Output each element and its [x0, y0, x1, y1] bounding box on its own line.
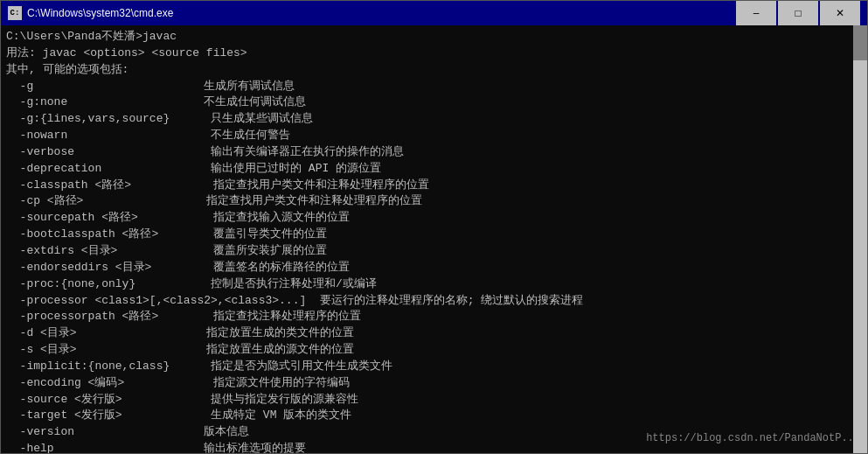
terminal-line: -verbose 输出有关编译器正在执行的操作的消息	[6, 144, 862, 161]
window-controls: – □ ✕	[736, 1, 860, 25]
terminal-line: 用法: javac <options> <source files>	[6, 45, 862, 62]
minimize-button[interactable]: –	[736, 1, 776, 25]
terminal-line: -deprecation 输出使用已过时的 API 的源位置	[6, 161, 862, 178]
scrollbar[interactable]	[853, 25, 867, 453]
terminal-line: -classpath <路径> 指定查找用户类文件和注释处理程序的位置	[6, 178, 862, 194]
window: C: C:\Windows\system32\cmd.exe – □ ✕ C:\…	[0, 0, 868, 454]
terminal-line: -encoding <编码> 指定源文件使用的字符编码	[6, 375, 862, 392]
window-icon: C:	[8, 6, 22, 20]
scrollbar-thumb[interactable]	[853, 25, 867, 60]
terminal-output: C:\Users\Panda不姓潘>javac用法: javac <option…	[6, 29, 862, 453]
title-bar: C: C:\Windows\system32\cmd.exe – □ ✕	[1, 1, 867, 25]
terminal-line: 其中, 可能的选项包括:	[6, 62, 862, 79]
terminal-line: -g:{lines,vars,source} 只生成某些调试信息	[6, 111, 862, 128]
window-title: C:\Windows\system32\cmd.exe	[27, 7, 736, 19]
terminal-line: -endorseddirs <目录> 覆盖签名的标准路径的位置	[6, 260, 862, 276]
terminal-line: -implicit:{none,class} 指定是否为隐式引用文件生成类文件	[6, 359, 862, 375]
terminal-line: -s <目录> 指定放置生成的源文件的位置	[6, 342, 862, 359]
close-button[interactable]: ✕	[820, 1, 860, 25]
terminal-line: -sourcepath <路径> 指定查找输入源文件的位置	[6, 210, 862, 227]
terminal-line: -target <发行版> 生成特定 VM 版本的类文件	[6, 408, 862, 424]
terminal-line: -g:none 不生成仕何调试信息	[6, 94, 862, 111]
terminal-line: -processorpath <路径> 指定查找注释处理程序的位置	[6, 309, 862, 325]
terminal-line: -extdirs <目录> 覆盖所安装扩展的位置	[6, 243, 862, 260]
terminal-body[interactable]: C:\Users\Panda不姓潘>javac用法: javac <option…	[1, 25, 867, 453]
watermark: https://blog.csdn.net/PandaNotP...	[646, 431, 860, 446]
terminal-line: -d <目录> 指定放置生成的类文件的位置	[6, 325, 862, 342]
terminal-line: -g 生成所有调试信息	[6, 79, 862, 95]
terminal-line: -processor <class1>[,<class2>,<class3>..…	[6, 293, 862, 310]
terminal-line: -proc:{none,only} 控制是否执行注释处理和/或编译	[6, 276, 862, 293]
maximize-button[interactable]: □	[778, 1, 818, 25]
terminal-line: -nowarn 不生成任何警告	[6, 128, 862, 144]
terminal-line: -source <发行版> 提供与指定发行版的源兼容性	[6, 392, 862, 409]
terminal-line: -bootclasspath <路径> 覆盖引导类文件的位置	[6, 227, 862, 243]
terminal-line: -cp <路径> 指定查找用户类文件和注释处理程序的位置	[6, 193, 862, 210]
terminal-line: C:\Users\Panda不姓潘>javac	[6, 29, 862, 45]
